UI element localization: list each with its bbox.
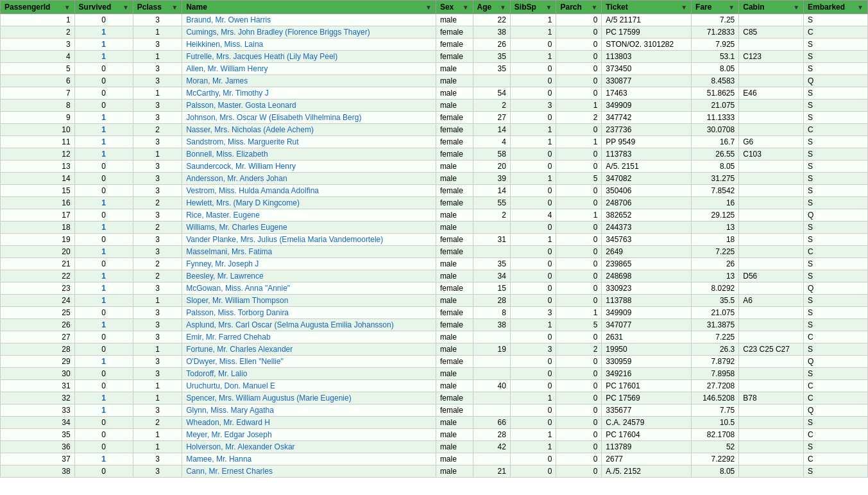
cell-ticket: 347077 — [602, 319, 692, 331]
table-row: 3803Cann, Mr. Ernest Charlesmale2100A./5… — [1, 465, 868, 478]
cell-pclass: 3 — [133, 39, 182, 51]
cell-fare: 7.2292 — [692, 453, 739, 465]
table-row: 3713Mamee, Mr. Hannamale0026777.2292C — [1, 453, 868, 465]
cell-embarked: S — [804, 234, 868, 246]
column-header-ticket[interactable]: Ticket▼ — [602, 1, 692, 14]
cell-parch: 0 — [556, 26, 602, 39]
cell-pclass: 3 — [133, 246, 182, 258]
cell-passengerid: 36 — [1, 441, 75, 453]
cell-ticket: PC 17601 — [602, 380, 692, 392]
cell-fare: 16.7 — [692, 136, 739, 148]
cell-cabin — [739, 75, 804, 87]
cell-age: 15 — [473, 282, 510, 295]
cell-pclass: 3 — [133, 185, 182, 197]
cell-ticket: 244373 — [602, 221, 692, 234]
cell-name: Glynn, Miss. Mary Agatha — [182, 404, 436, 417]
cell-cabin — [739, 368, 804, 380]
cell-ticket: 113803 — [602, 51, 692, 63]
cell-age: 4 — [473, 136, 510, 148]
table-row: 1113Sandstrom, Miss. Marguerite Rutfemal… — [1, 136, 868, 148]
cell-ticket: 373450 — [602, 63, 692, 75]
cell-passengerid: 28 — [1, 343, 75, 356]
cell-parch: 0 — [556, 465, 602, 478]
column-header-sibsp[interactable]: SibSp▼ — [510, 1, 556, 14]
cell-sex: male — [436, 429, 473, 441]
cell-name: Nasser, Mrs. Nicholas (Adele Achem) — [182, 124, 436, 136]
cell-cabin: C23 C25 C27 — [739, 343, 804, 356]
cell-passengerid: 30 — [1, 368, 75, 380]
column-header-cabin[interactable]: Cabin▼ — [739, 1, 804, 14]
table-row: 2703Emir, Mr. Farred Chehabmale0026317.2… — [1, 331, 868, 343]
cell-name: Fynney, Mr. Joseph J — [182, 258, 436, 270]
cell-name: McCarthy, Mr. Timothy J — [182, 87, 436, 100]
cell-fare: 51.8625 — [692, 87, 739, 100]
cell-passengerid: 16 — [1, 197, 75, 209]
cell-embarked: Q — [804, 209, 868, 221]
cell-age: 55 — [473, 197, 510, 209]
table-scroll-wrapper[interactable]: PassengerId▼Survived▼Pclass▼Name▼Sex▼Age… — [0, 0, 868, 478]
table-row: 1903Vander Planke, Mrs. Julius (Emelia M… — [1, 234, 868, 246]
table-row: 2013Masselmani, Mrs. Fatimafemale0026497… — [1, 246, 868, 258]
cell-survived: 1 — [74, 319, 133, 331]
cell-sex: male — [436, 87, 473, 100]
cell-pclass: 3 — [133, 282, 182, 295]
cell-survived: 1 — [74, 148, 133, 161]
cell-cabin — [739, 209, 804, 221]
cell-survived: 1 — [74, 221, 133, 234]
column-header-age[interactable]: Age▼ — [473, 1, 510, 14]
table-row: 3402Wheadon, Mr. Edward Hmale6600C.A. 24… — [1, 417, 868, 429]
cell-passengerid: 12 — [1, 148, 75, 161]
cell-cabin — [739, 319, 804, 331]
cell-survived: 0 — [74, 63, 133, 75]
column-header-embarked[interactable]: Embarked▼ — [804, 1, 868, 14]
cell-fare: 10.5 — [692, 417, 739, 429]
cell-name: Saundercock, Mr. William Henry — [182, 161, 436, 173]
table-row: 1612Hewlett, Mrs. (Mary D Kingcome)femal… — [1, 197, 868, 209]
cell-pclass: 3 — [133, 465, 182, 478]
sort-icon-pclass: ▼ — [171, 4, 178, 11]
cell-fare: 11.1333 — [692, 112, 739, 124]
cell-fare: 26 — [692, 258, 739, 270]
sort-icon-fare: ▼ — [728, 4, 735, 11]
cell-passengerid: 24 — [1, 295, 75, 307]
column-header-passengerid[interactable]: PassengerId▼ — [1, 1, 75, 14]
column-header-pclass[interactable]: Pclass▼ — [133, 1, 182, 14]
cell-pclass: 1 — [133, 51, 182, 63]
column-header-sex[interactable]: Sex▼ — [436, 1, 473, 14]
cell-name: Rice, Master. Eugene — [182, 209, 436, 221]
cell-ticket: 349909 — [602, 307, 692, 319]
cell-cabin — [739, 14, 804, 26]
cell-name: Cann, Mr. Ernest Charles — [182, 465, 436, 478]
cell-fare: 53.1 — [692, 51, 739, 63]
cell-sibsp: 0 — [510, 295, 556, 307]
table-row: 211Cumings, Mrs. John Bradley (Florence … — [1, 26, 868, 39]
cell-sibsp: 0 — [510, 368, 556, 380]
cell-age: 26 — [473, 39, 510, 51]
cell-passengerid: 35 — [1, 429, 75, 441]
cell-sex: male — [436, 173, 473, 185]
cell-name: Andersson, Mr. Anders Johan — [182, 173, 436, 185]
cell-passengerid: 27 — [1, 331, 75, 343]
cell-parch: 0 — [556, 453, 602, 465]
cell-embarked: S — [804, 441, 868, 453]
cell-ticket: 382652 — [602, 209, 692, 221]
cell-cabin — [739, 234, 804, 246]
column-header-survived[interactable]: Survived▼ — [74, 1, 133, 14]
cell-survived: 1 — [74, 392, 133, 404]
cell-ticket: 2677 — [602, 453, 692, 465]
cell-sibsp: 0 — [510, 63, 556, 75]
column-header-parch[interactable]: Parch▼ — [556, 1, 602, 14]
cell-cabin — [739, 112, 804, 124]
cell-passengerid: 23 — [1, 282, 75, 295]
cell-fare: 52 — [692, 441, 739, 453]
cell-sibsp: 3 — [510, 100, 556, 112]
cell-pclass: 3 — [133, 331, 182, 343]
cell-parch: 0 — [556, 185, 602, 197]
column-header-fare[interactable]: Fare▼ — [692, 1, 739, 14]
cell-fare: 13 — [692, 270, 739, 282]
column-header-name[interactable]: Name▼ — [182, 1, 436, 14]
cell-sex: female — [436, 234, 473, 246]
table-row: 1303Saundercock, Mr. William Henrymale20… — [1, 161, 868, 173]
cell-sex: male — [436, 75, 473, 87]
cell-pclass: 1 — [133, 295, 182, 307]
